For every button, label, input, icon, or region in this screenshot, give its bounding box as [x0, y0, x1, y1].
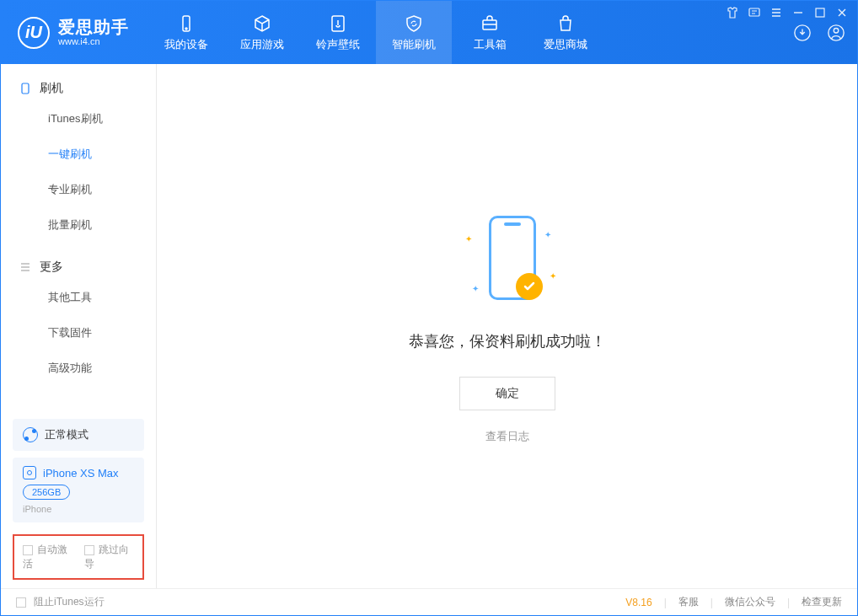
main-content: ✦ ✦ ✦ ✦ 恭喜您，保资料刷机成功啦！ 确定 查看日志: [157, 64, 857, 588]
sidebar-item-download-fw[interactable]: 下载固件: [1, 315, 156, 351]
maximize-button[interactable]: [813, 6, 827, 19]
tab-apps-games[interactable]: 应用游戏: [224, 1, 300, 64]
phone-icon: [19, 83, 31, 94]
shirt-icon[interactable]: [726, 6, 739, 19]
options-highlight: 自动激活 跳过向导: [13, 534, 144, 580]
main-tabs: 我的设备 应用游戏 铃声壁纸 智能刷机 工具箱 爱思商城: [148, 1, 603, 64]
tab-label: 铃声壁纸: [316, 37, 360, 52]
sidebar-group-more: 更多: [1, 243, 156, 280]
svg-point-3: [185, 28, 187, 29]
tab-toolbox[interactable]: 工具箱: [452, 1, 528, 64]
list-icon: [19, 261, 31, 273]
sidebar-item-itunes-flash[interactable]: iTunes刷机: [1, 101, 156, 137]
success-illustration: ✦ ✦ ✦ ✦: [457, 209, 558, 310]
sidebar-item-other-tools[interactable]: 其他工具: [1, 280, 156, 315]
sparkle-icon: ✦: [550, 271, 556, 281]
tab-label: 爱思商城: [544, 37, 587, 52]
storage-badge: 256GB: [23, 485, 70, 500]
group-label: 更多: [40, 260, 63, 275]
tab-store[interactable]: 爱思商城: [528, 1, 603, 64]
checkbox-auto-activate[interactable]: 自动激活: [23, 543, 72, 571]
svg-point-8: [834, 28, 839, 33]
sparkle-icon: ✦: [544, 230, 551, 239]
tab-ringtones[interactable]: 铃声壁纸: [300, 1, 376, 64]
tab-my-device[interactable]: 我的设备: [148, 1, 224, 64]
body: 刷机 iTunes刷机 一键刷机 专业刷机 批量刷机 更多 其他工具 下载固件 …: [1, 64, 857, 588]
logo[interactable]: iU 爱思助手 www.i4.cn: [1, 1, 142, 64]
phone-small-icon: [23, 466, 36, 479]
music-icon: [328, 13, 348, 34]
shield-refresh-icon: [404, 13, 424, 34]
tab-label: 工具箱: [474, 37, 507, 52]
svg-rect-0: [749, 8, 759, 16]
footer-link-support[interactable]: 客服: [678, 595, 699, 609]
version-label: V8.16: [625, 597, 652, 608]
footer: 阻止iTunes运行 V8.16 | 客服 | 微信公众号 | 检查更新: [1, 588, 857, 615]
sidebar-group-flash: 刷机: [1, 64, 156, 101]
success-message: 恭喜您，保资料刷机成功啦！: [409, 331, 606, 351]
app-window: iU 爱思助手 www.i4.cn 我的设备 应用游戏 铃声壁纸 智能刷机: [0, 0, 858, 616]
device-icon: [176, 13, 196, 34]
cube-icon: [252, 13, 272, 34]
mode-box[interactable]: 正常模式: [13, 419, 144, 451]
device-box[interactable]: iPhone XS Max 256GB iPhone: [13, 458, 144, 522]
sidebar-item-pro-flash[interactable]: 专业刷机: [1, 172, 156, 207]
sidebar-item-onekey-flash[interactable]: 一键刷机: [1, 137, 156, 172]
tab-label: 智能刷机: [392, 37, 436, 52]
sidebar-item-batch-flash[interactable]: 批量刷机: [1, 207, 156, 243]
footer-link-update[interactable]: 检查更新: [802, 595, 842, 609]
download-icon[interactable]: [791, 22, 813, 44]
checkbox-block-itunes[interactable]: 阻止iTunes运行: [16, 595, 105, 609]
logo-icon: iU: [18, 17, 50, 49]
view-log-link[interactable]: 查看日志: [485, 429, 529, 444]
sparkle-icon: ✦: [472, 284, 479, 293]
footer-link-wechat[interactable]: 微信公众号: [725, 595, 775, 609]
window-controls: [726, 6, 849, 19]
group-label: 刷机: [40, 81, 63, 96]
mode-label: 正常模式: [45, 427, 88, 442]
app-name: 爱思助手: [58, 18, 129, 36]
sidebar: 刷机 iTunes刷机 一键刷机 专业刷机 批量刷机 更多 其他工具 下载固件 …: [1, 64, 157, 588]
ok-button[interactable]: 确定: [459, 377, 555, 410]
checkbox-skip-guide[interactable]: 跳过向导: [84, 543, 134, 571]
user-icon[interactable]: [825, 22, 847, 44]
sidebar-item-advanced[interactable]: 高级功能: [1, 351, 156, 386]
close-button[interactable]: [835, 6, 849, 19]
mode-icon: [23, 427, 38, 442]
bag-icon: [555, 13, 576, 34]
menu-icon[interactable]: [770, 6, 783, 19]
sparkle-icon: ✦: [465, 234, 472, 244]
tab-label: 应用游戏: [240, 37, 284, 52]
svg-rect-9: [22, 83, 29, 94]
check-badge-icon: [516, 273, 543, 300]
svg-rect-1: [816, 8, 824, 17]
minimize-button[interactable]: [791, 6, 805, 19]
tab-smart-flash[interactable]: 智能刷机: [376, 1, 452, 64]
toolbox-icon: [480, 13, 500, 34]
app-domain: www.i4.cn: [58, 36, 129, 46]
device-type: iPhone: [23, 504, 134, 514]
tab-label: 我的设备: [164, 37, 208, 52]
device-name: iPhone XS Max: [43, 467, 119, 479]
feedback-icon[interactable]: [748, 6, 761, 19]
